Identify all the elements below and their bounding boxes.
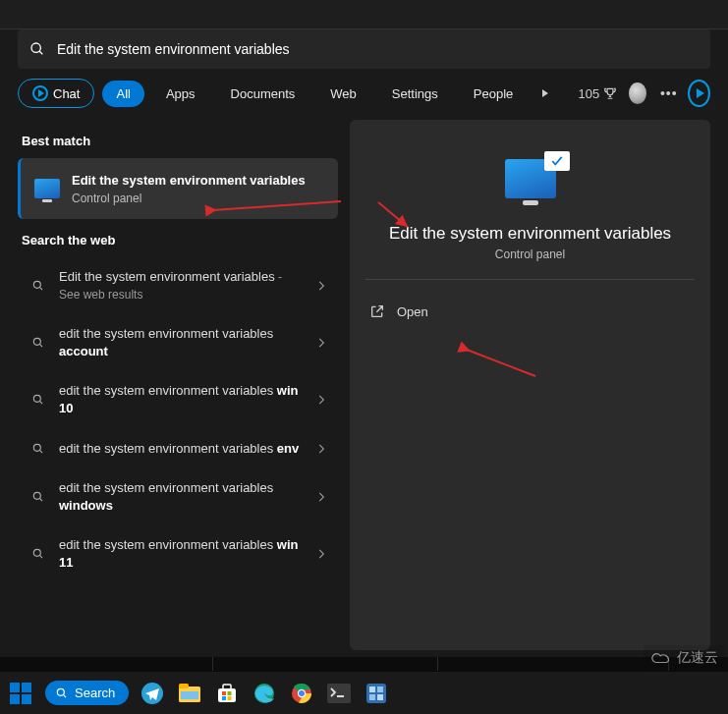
svg-rect-24	[223, 685, 231, 689]
web-result-item[interactable]: edit the system environment variables wi…	[18, 525, 338, 582]
search-icon	[29, 41, 45, 57]
search-icon	[31, 393, 45, 407]
cloud-icon	[649, 650, 673, 666]
taskbar-explorer-icon[interactable]	[176, 680, 203, 707]
taskbar-search-button[interactable]: Search	[45, 681, 129, 705]
taskbar: Search	[0, 671, 728, 714]
svg-rect-22	[181, 691, 198, 699]
taskbar-telegram-icon[interactable]	[139, 680, 166, 707]
filter-people[interactable]: People	[460, 81, 527, 107]
svg-point-32	[299, 690, 305, 696]
control-panel-icon	[34, 179, 60, 198]
chevron-right-icon	[314, 442, 328, 456]
search-icon	[31, 547, 45, 561]
svg-line-7	[39, 402, 42, 405]
best-match-text: Edit the system environment variables Co…	[72, 172, 306, 205]
svg-point-4	[33, 338, 40, 345]
svg-rect-33	[327, 684, 351, 703]
watermark: 亿速云	[644, 645, 724, 671]
details-app-icon	[505, 159, 556, 198]
trophy-icon	[603, 86, 617, 100]
chevron-right-icon	[314, 490, 328, 504]
svg-point-17	[57, 688, 64, 695]
filter-all[interactable]: All	[102, 81, 143, 107]
open-button[interactable]: Open	[364, 298, 697, 325]
web-result-text: edit the system environment variables en…	[59, 440, 301, 458]
svg-rect-25	[222, 691, 226, 695]
svg-rect-36	[377, 687, 383, 692]
best-match-title: Edit the system environment variables	[72, 172, 306, 190]
taskbar-app-icon[interactable]	[363, 680, 390, 707]
web-result-text: edit the system environment variables wi…	[59, 479, 301, 515]
chat-pill[interactable]: Chat	[18, 79, 94, 108]
best-match-item[interactable]: Edit the system environment variables Co…	[18, 158, 338, 219]
svg-point-8	[33, 444, 40, 451]
search-bar[interactable]	[18, 29, 710, 69]
filter-apps[interactable]: Apps	[152, 81, 209, 107]
shield-check-icon	[544, 151, 570, 171]
svg-line-1	[39, 51, 42, 54]
filter-documents[interactable]: Documents	[217, 81, 309, 107]
web-result-item[interactable]: edit the system environment variables en…	[18, 429, 338, 468]
results-panel: Best match Edit the system environment v…	[18, 120, 338, 650]
taskbar-edge-icon[interactable]	[251, 680, 278, 707]
rewards-points: 105	[579, 86, 600, 101]
more-options-icon[interactable]: •••	[658, 80, 680, 107]
rewards-button[interactable]: 105	[579, 86, 618, 101]
web-results-list: Edit the system environment variables - …	[18, 257, 338, 583]
filter-web[interactable]: Web	[316, 81, 370, 107]
search-icon	[31, 279, 45, 293]
chevron-right-icon	[314, 279, 328, 293]
open-label: Open	[397, 304, 428, 319]
chevron-right-icon	[314, 393, 328, 407]
details-panel: Edit the system environment variables Co…	[350, 120, 710, 650]
svg-point-6	[33, 396, 40, 403]
taskbar-chrome-icon[interactable]	[288, 680, 315, 707]
taskbar-terminal-icon[interactable]	[325, 680, 353, 707]
background-strip	[0, 657, 728, 671]
best-match-heading: Best match	[18, 120, 338, 158]
search-icon	[31, 336, 45, 350]
svg-rect-28	[228, 696, 232, 700]
filter-more-icon[interactable]	[534, 80, 556, 107]
svg-rect-37	[369, 694, 375, 700]
taskbar-search-label: Search	[75, 686, 115, 700]
web-result-text: edit the system environment variables wi…	[59, 536, 301, 572]
taskbar-store-icon[interactable]	[213, 680, 241, 707]
user-avatar[interactable]	[629, 82, 645, 104]
svg-point-0	[31, 43, 40, 52]
start-button[interactable]	[6, 679, 35, 708]
svg-rect-38	[377, 694, 383, 700]
web-result-text: edit the system environment variables ac…	[59, 325, 301, 360]
web-result-item[interactable]: edit the system environment variables wi…	[18, 371, 338, 428]
svg-line-11	[39, 499, 42, 502]
divider	[365, 279, 695, 280]
details-subtitle: Control panel	[364, 247, 697, 261]
svg-point-10	[33, 492, 40, 499]
search-icon	[31, 490, 45, 504]
svg-line-3	[39, 287, 42, 290]
window-titlebar	[0, 0, 728, 29]
bing-icon[interactable]	[688, 80, 710, 107]
web-result-item[interactable]: edit the system environment variables ac…	[18, 314, 338, 371]
svg-point-2	[33, 281, 40, 288]
content-area: Best match Edit the system environment v…	[0, 120, 728, 650]
search-input[interactable]	[57, 41, 699, 57]
svg-rect-27	[222, 696, 226, 700]
svg-line-9	[39, 450, 42, 453]
web-result-text: Edit the system environment variables - …	[59, 268, 301, 303]
chevron-right-icon	[314, 547, 328, 561]
filter-bar: Chat All Apps Documents Web Settings Peo…	[0, 69, 728, 120]
svg-point-12	[33, 550, 40, 557]
filter-settings[interactable]: Settings	[378, 81, 452, 107]
web-result-item[interactable]: Edit the system environment variables - …	[18, 257, 338, 314]
search-icon	[31, 442, 45, 456]
chevron-right-icon	[314, 336, 328, 350]
web-result-text: edit the system environment variables wi…	[59, 382, 301, 417]
svg-line-18	[63, 694, 66, 697]
search-web-heading: Search the web	[18, 219, 338, 257]
web-result-item[interactable]: edit the system environment variables wi…	[18, 468, 338, 525]
best-match-subtitle: Control panel	[72, 192, 306, 205]
bing-chat-icon	[32, 85, 48, 101]
open-external-icon	[369, 303, 385, 319]
